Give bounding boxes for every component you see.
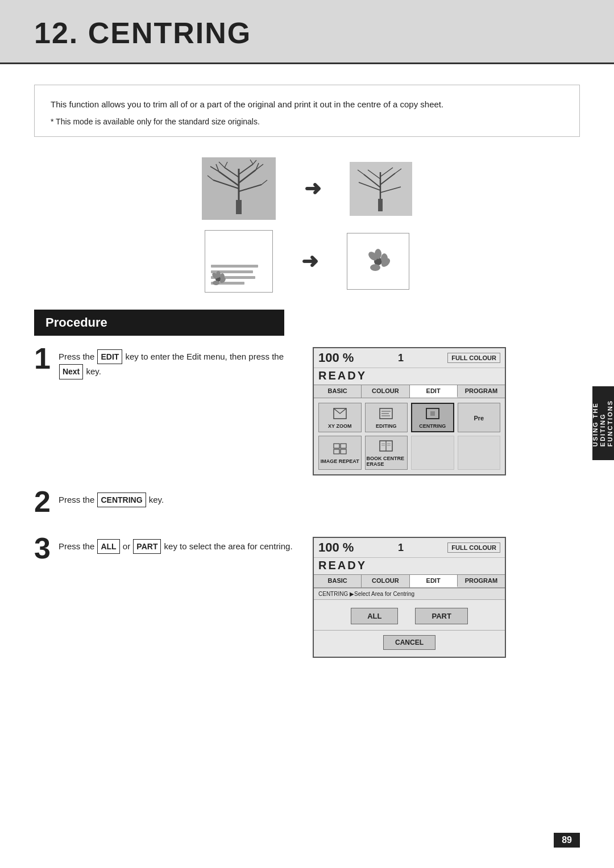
step-3-left: 3 Press the ALL or PART key to select th… [34, 537, 296, 563]
lcd-select-label: ▶Select Area for Centring [350, 591, 414, 597]
lcd-btn-imagerepeat[interactable]: IMAGE REPEAT [318, 436, 362, 470]
lcd-tabs-2: BASIC COLOUR EDIT PROGRAM [314, 574, 505, 588]
doc-flower-icon [210, 270, 227, 287]
intro-text: This function allows you to trim all of … [51, 98, 563, 111]
arrow-right-2: ➜ [301, 249, 318, 273]
chapter-title-text: CENTRING [88, 16, 252, 49]
lcd-top-bar-1: 100 % 1 FULL COLOUR [314, 348, 505, 368]
lcd-top-bar-2: 100 % 1 FULL COLOUR [314, 538, 505, 558]
lcd-all-btn[interactable]: ALL [351, 608, 398, 624]
lcd-tabs-1: BASIC COLOUR EDIT PROGRAM [314, 385, 505, 398]
lcd2-tab-colour[interactable]: COLOUR [362, 575, 409, 587]
tree-svg-after [350, 162, 412, 216]
lcd-percent-1: 100 % [318, 350, 354, 365]
lcd-tab-colour[interactable]: COLOUR [362, 385, 409, 398]
doc-img-before [205, 230, 273, 293]
lcd2-tab-edit[interactable]: EDIT [410, 575, 458, 587]
svg-point-35 [220, 273, 225, 280]
step-1-row: 1 Press the EDIT key to enter the Edit m… [34, 347, 580, 475]
lcd-ready-1: READY [314, 368, 505, 385]
bookcentre-label: BOOK CENTRE ERASE [367, 456, 406, 467]
step-3-text: Press the ALL or PART key to select the … [59, 539, 293, 554]
lcd-buttons-grid-1: XY ZOOM EDITING [314, 398, 505, 474]
lcd-tab-basic[interactable]: BASIC [314, 385, 362, 398]
step-2-text: Press the CENTRING key. [59, 493, 164, 507]
tree-svg-before [202, 157, 276, 220]
lcd-centring-bar: CENTRING ▶Select Area for Centring [314, 588, 505, 600]
all-key: ALL [97, 539, 119, 554]
page: 12. CENTRING This function allows you to… [0, 0, 614, 868]
part-key: PART [133, 539, 161, 554]
lcd-btn-empty1 [411, 436, 454, 470]
lcd-tab-program[interactable]: PROGRAM [458, 385, 505, 398]
centring-key: CENTRING [97, 493, 146, 507]
lcd-tab-edit[interactable]: EDIT [410, 385, 458, 398]
lcd-screen-1: 100 % 1 FULL COLOUR READY BASIC COLOUR E… [313, 347, 506, 475]
svg-point-39 [370, 264, 380, 271]
diagram-img-tree-before [202, 157, 276, 220]
lcd2-tab-basic[interactable]: BASIC [314, 575, 362, 587]
lcd-btn-editing[interactable]: EDITING [365, 403, 408, 432]
svg-point-33 [213, 281, 219, 285]
lcd-ready-2: READY [314, 558, 505, 574]
lcd-btn-centring[interactable]: CENTRING [411, 403, 454, 432]
lcd-count-1: 1 [398, 352, 404, 364]
intro-box: This function allows you to trim all of … [34, 85, 580, 137]
step-1-right: 100 % 1 FULL COLOUR READY BASIC COLOUR E… [313, 347, 580, 475]
editing-icon [379, 407, 393, 422]
diagram-row-2: ➜ [205, 230, 409, 293]
step-3-row: 3 Press the ALL or PART key to select th… [34, 537, 580, 658]
lcd-count-2: 1 [398, 542, 404, 554]
step-3-number: 3 [34, 533, 51, 563]
svg-rect-49 [334, 444, 339, 448]
xyzoom-label: XY ZOOM [328, 423, 351, 429]
lcd-cancel-row: CANCEL [314, 630, 505, 657]
lcd-btn-pre[interactable]: Pre [458, 403, 501, 432]
intro-note: * This mode is available only for the st… [51, 117, 563, 126]
lcd-full-colour-2: FULL COLOUR [447, 542, 500, 553]
lcd-screen-2: 100 % 1 FULL COLOUR READY BASIC COLOUR E… [313, 537, 506, 658]
next-key: Next [59, 364, 83, 379]
edit-key: EDIT [97, 349, 122, 364]
lcd-btn-bookcentre[interactable]: BOOK CENTRE ERASE [365, 436, 408, 470]
step-1-text: Press the EDIT key to enter the Edit men… [59, 349, 296, 379]
svg-rect-52 [341, 449, 346, 454]
diagram-area: ➜ [0, 157, 614, 293]
imagerepeat-icon [333, 443, 347, 457]
svg-rect-20 [378, 199, 383, 211]
chapter-header: 12. CENTRING [0, 0, 614, 64]
procedure-header: Procedure [34, 310, 284, 336]
arrow-right-1: ➜ [304, 177, 321, 201]
side-tab: USING THEEDITINGFUNCTIONS [592, 386, 614, 460]
lcd-btn-empty2 [458, 436, 501, 470]
lcd-cancel-btn[interactable]: CANCEL [383, 635, 435, 650]
lcd2-tab-program[interactable]: PROGRAM [458, 575, 505, 587]
step-1-number: 1 [34, 344, 51, 373]
svg-rect-51 [334, 449, 339, 454]
svg-rect-48 [430, 411, 435, 416]
doc-flower-centered-icon [364, 247, 392, 276]
imagerepeat-label: IMAGE REPEAT [321, 458, 359, 464]
step-2-left: 2 Press the CENTRING key. [34, 490, 296, 516]
xyzoom-icon [333, 407, 347, 422]
lcd-part-btn[interactable]: PART [415, 608, 467, 624]
svg-rect-1 [236, 200, 242, 214]
lcd-full-colour-1: FULL COLOUR [447, 353, 500, 363]
steps-area: 1 Press the EDIT key to enter the Edit m… [34, 347, 580, 678]
pre-label: Pre [474, 415, 484, 422]
bookcentre-icon [379, 440, 393, 454]
step-1-left: 1 Press the EDIT key to enter the Edit m… [34, 347, 296, 379]
lcd-btn-xyzoom[interactable]: XY ZOOM [318, 403, 362, 432]
centring-btn-label: CENTRING [419, 423, 446, 429]
lcd-centring-label: CENTRING [318, 591, 348, 597]
svg-rect-50 [341, 444, 346, 448]
diagram-row-1: ➜ [202, 157, 412, 220]
chapter-number: 12. [34, 16, 78, 49]
chapter-title: 12. CENTRING [34, 16, 251, 49]
lcd-percent-2: 100 % [318, 540, 354, 555]
side-tab-text: USING THEEDITINGFUNCTIONS [592, 400, 614, 446]
doc-img-after [347, 233, 409, 290]
editing-label: EDITING [376, 423, 397, 429]
procedure-section: Procedure 1 Press the EDIT key to enter … [34, 310, 580, 678]
diagram-img-tree-after [350, 162, 412, 216]
